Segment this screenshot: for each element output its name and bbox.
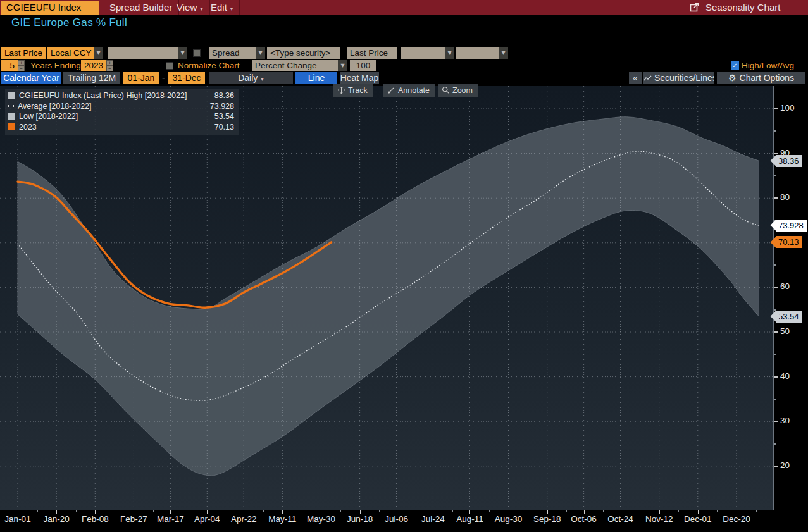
legend-row: CGIEEUFU Index (Last Price) High [2018-2…	[8, 90, 235, 101]
chart-canvas	[0, 86, 773, 510]
year-stepper[interactable]: +−	[106, 60, 113, 71]
x-axis-label: Oct-06	[571, 514, 597, 524]
x-axis-label: Dec-01	[684, 514, 712, 524]
x-major-tick	[56, 510, 57, 514]
x-minor-tick	[115, 510, 115, 512]
tab-heat-map[interactable]: Heat Map	[340, 72, 379, 84]
normalize-amount-input[interactable]: 100	[350, 60, 376, 71]
x-minor-tick	[302, 510, 302, 512]
minus-icon[interactable]: −	[18, 66, 25, 71]
chevron-down-icon: ▾	[200, 6, 203, 12]
currency-select[interactable]: Local CCY	[47, 47, 94, 59]
tab-calendar-year[interactable]: Calendar Year	[1, 72, 61, 84]
empty-select-2[interactable]	[401, 47, 445, 59]
normalize-mode-select[interactable]: Percent Change	[252, 60, 338, 71]
empty-select-2-arrow[interactable]: ▼	[445, 47, 454, 59]
years-count-input[interactable]: 5	[1, 60, 18, 71]
axis-value-tag-white: 73.928	[776, 220, 807, 232]
y-axis: 1009080605040302088.3673.92870.1353.54	[773, 86, 808, 510]
normalize-mode-arrow[interactable]: ▼	[338, 60, 347, 71]
menu-edit[interactable]: Edit▾	[204, 0, 240, 15]
seasonality-chart-action[interactable]: Seasonality Chart	[683, 0, 786, 15]
axis-value-tag-orange: 70.13	[776, 236, 802, 248]
y-axis-label: 80	[780, 192, 790, 202]
years-stepper[interactable]: +−	[18, 60, 25, 71]
legend-value: 53.54	[214, 111, 234, 122]
legend-row: 202370.13	[8, 122, 235, 133]
securities-lines-button[interactable]: Securities/Lines	[643, 72, 714, 84]
ending-year-input[interactable]: 2023	[81, 60, 106, 71]
x-minor-tick	[756, 510, 757, 512]
track-button[interactable]: Track	[333, 84, 373, 97]
tab-line[interactable]: Line	[295, 72, 337, 84]
y-minor-tick	[774, 130, 776, 132]
x-axis-label: Oct-24	[607, 514, 633, 524]
y-major-tick	[774, 421, 778, 422]
track-crosshair-icon	[337, 86, 345, 94]
currency-dropdown-arrow[interactable]: ▼	[94, 47, 103, 59]
normalize-checkbox[interactable]	[166, 62, 173, 70]
legend-value: 73.928	[210, 101, 234, 112]
spread-dropdown-arrow[interactable]: ▼	[256, 47, 265, 59]
empty-select-1-arrow[interactable]: ▼	[178, 47, 187, 59]
x-minor-tick	[416, 510, 416, 512]
x-major-tick	[134, 510, 134, 514]
gear-icon: ⚙	[728, 73, 737, 83]
security-description: GIE Europe Gas % Full	[11, 16, 127, 29]
x-axis-label: Jul-06	[385, 514, 408, 524]
legend-label: 2023	[19, 123, 37, 132]
menu-spread-builder[interactable]: Spread Builder	[103, 0, 179, 15]
seasonality-chart-plot[interactable]	[0, 86, 773, 510]
x-major-tick	[737, 510, 737, 514]
x-minor-tick	[76, 510, 77, 512]
security-tab[interactable]: CGIEEUFU Index	[1, 1, 99, 15]
x-minor-tick	[379, 510, 380, 512]
dotted-swatch	[8, 104, 14, 109]
x-axis-label: Nov-12	[645, 514, 673, 524]
x-axis-label: Mar-17	[157, 514, 184, 524]
spread-select[interactable]: Spread	[209, 47, 256, 59]
chevron-down-icon: ▾	[261, 76, 264, 82]
zoom-button[interactable]: Zoom	[438, 84, 478, 97]
x-axis: Jan-01Jan-20Feb-08Feb-27Mar-17Apr-04Apr-…	[0, 510, 808, 532]
y-minor-tick	[774, 443, 776, 445]
orange-swatch	[8, 123, 15, 130]
last-price-field[interactable]: Last Price	[347, 47, 397, 59]
frequency-select[interactable]: Daily▾	[209, 72, 293, 84]
x-axis-label: Aug-11	[456, 514, 483, 524]
minus-icon[interactable]: −	[106, 66, 113, 71]
x-axis-label: May-30	[307, 514, 335, 524]
x-major-tick	[509, 510, 509, 514]
x-major-tick	[397, 510, 397, 514]
menubar: CGIEEUFU Index Spread Builder View▾ Edit…	[0, 0, 808, 15]
chart-options-button[interactable]: ⚙Chart Options	[717, 72, 805, 84]
legend-label: Low [2018-2022]	[19, 112, 78, 121]
x-major-tick	[207, 510, 208, 514]
plus-icon[interactable]: +	[106, 60, 113, 66]
annotate-button[interactable]: Annotate	[383, 84, 435, 97]
axis-value-tag-grey: 88.36	[776, 155, 802, 167]
type-security-input[interactable]: <Type security>	[267, 47, 340, 59]
price-type-button[interactable]: Last Price	[1, 47, 46, 59]
x-major-tick	[360, 510, 361, 514]
spread-checkbox[interactable]	[193, 49, 201, 57]
x-major-tick	[547, 510, 548, 514]
y-major-tick	[774, 376, 778, 378]
empty-select-3[interactable]	[456, 47, 499, 59]
x-minor-tick	[603, 510, 604, 512]
x-axis-label: Jan-20	[44, 514, 70, 524]
x-major-tick	[469, 510, 470, 514]
range-start-date[interactable]: 01-Jan	[123, 72, 159, 84]
x-major-tick	[659, 510, 660, 514]
track-button-label: Track	[348, 86, 368, 95]
high-low-avg-label: High/Low/Avg	[742, 60, 794, 71]
empty-select-1[interactable]	[108, 47, 178, 59]
x-minor-tick	[227, 510, 227, 512]
plus-icon[interactable]: +	[18, 60, 25, 66]
high-low-avg-checkbox[interactable]: ✓	[731, 61, 739, 70]
range-end-date[interactable]: 31-Dec	[168, 72, 205, 84]
collapse-button[interactable]: «	[629, 72, 642, 84]
y-minor-tick	[774, 264, 776, 266]
tab-trailing-12m[interactable]: Trailing 12M	[63, 72, 120, 84]
empty-select-3-arrow[interactable]: ▼	[499, 47, 508, 59]
